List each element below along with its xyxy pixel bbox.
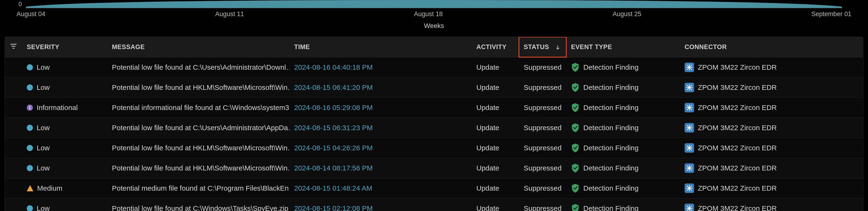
snowflake-icon	[685, 163, 694, 173]
filter-button[interactable]	[5, 37, 22, 57]
connector-label: ZPOM 3M22 Zircon EDR	[698, 124, 777, 132]
cell-severity: Low	[22, 118, 107, 137]
time-link[interactable]: 2024-08-15 04:26:26 PM	[294, 144, 373, 152]
cell-message: Potential low file found at HKLM\Softwar…	[107, 139, 289, 157]
timeline-tick-3: August 25	[613, 10, 642, 18]
table-row[interactable]: Low Potential low file found at C:\Windo…	[5, 199, 863, 211]
arrow-down-icon	[555, 44, 561, 50]
cell-status: Suppressed	[519, 98, 566, 117]
severity-icon	[27, 165, 33, 171]
severity-label: Low	[37, 124, 50, 132]
cell-event-type: Detection Finding	[566, 78, 680, 98]
table-header-row: Severity Message Time Activity Status Ev…	[5, 37, 863, 57]
timeline-tick-labels: August 04 August 11 August 18 August 25 …	[17, 9, 851, 18]
cell-message: Potential low file found at C:\Users\Adm…	[107, 58, 289, 77]
cell-event-type: Detection Finding	[566, 138, 680, 158]
cell-severity: Low	[22, 58, 107, 77]
header-connector[interactable]: Connector	[680, 37, 863, 57]
snowflake-icon	[685, 83, 694, 92]
time-link[interactable]: 2024-08-15 02:12:08 PM	[294, 204, 373, 211]
cell-connector: ZPOM 3M22 Zircon EDR	[680, 199, 863, 211]
cell-activity: Update	[472, 58, 519, 77]
filter-icon	[9, 42, 18, 52]
time-link[interactable]: 2024-08-16 04:40:18 PM	[294, 63, 373, 71]
snowflake-icon	[685, 103, 694, 112]
header-message[interactable]: Message	[107, 37, 289, 57]
table-row[interactable]: Low Potential low file found at HKLM\Sof…	[5, 78, 863, 98]
severity-label: Low	[37, 144, 50, 152]
table-row[interactable]: Low Potential low file found at HKLM\Sof…	[5, 138, 863, 158]
cell-severity: Medium	[22, 179, 107, 197]
cell-activity: Update	[472, 98, 519, 117]
cell-event-type: Detection Finding	[566, 118, 680, 138]
connector-label: ZPOM 3M22 Zircon EDR	[698, 63, 777, 71]
severity-label: Low	[37, 164, 50, 172]
connector-label: ZPOM 3M22 Zircon EDR	[698, 83, 777, 91]
cell-connector: ZPOM 3M22 Zircon EDR	[680, 158, 863, 178]
header-activity[interactable]: Activity	[472, 37, 519, 57]
table-row[interactable]: Medium Potential medium file found at C:…	[5, 178, 863, 199]
header-event-type[interactable]: Event Type	[566, 37, 680, 57]
cell-connector: ZPOM 3M22 Zircon EDR	[680, 78, 863, 98]
table-row[interactable]: i Informational Potential informational …	[5, 98, 863, 118]
findings-table: Severity Message Time Activity Status Ev…	[5, 37, 863, 211]
cell-message: Potential informational file found at C:…	[107, 98, 289, 117]
cell-status: Suppressed	[519, 78, 566, 97]
cell-event-type: Detection Finding	[566, 178, 680, 198]
cell-status: Suppressed	[519, 118, 566, 137]
event-type-label: Detection Finding	[583, 63, 639, 71]
shield-check-icon	[571, 163, 580, 173]
cell-severity: Low	[22, 139, 107, 157]
severity-label: Informational	[37, 104, 78, 112]
shield-check-icon	[571, 184, 580, 193]
snowflake-icon	[685, 123, 694, 133]
cell-severity: Low	[22, 199, 107, 211]
timeline-area-icon	[17, 0, 851, 9]
cell-message: Potential low file found at HKLM\Softwar…	[107, 159, 289, 177]
cell-connector: ZPOM 3M22 Zircon EDR	[680, 118, 863, 138]
severity-icon	[27, 205, 33, 211]
timeline-y-tick: 0	[19, 0, 22, 8]
cell-severity: Low	[22, 159, 107, 177]
time-link[interactable]: 2024-08-15 06:31:23 PM	[294, 124, 373, 132]
severity-icon	[27, 185, 33, 191]
header-status[interactable]: Status	[519, 37, 566, 57]
snowflake-icon	[685, 62, 694, 72]
severity-label: Low	[37, 204, 50, 211]
timeline-chart: 0 August 04 August 11 August 18 August 2…	[0, 0, 868, 35]
timeline-tick-0: August 04	[17, 10, 45, 18]
cell-connector: ZPOM 3M22 Zircon EDR	[680, 98, 863, 117]
cell-connector: ZPOM 3M22 Zircon EDR	[680, 178, 863, 198]
table-row[interactable]: Low Potential low file found at C:\Users…	[5, 118, 863, 138]
time-link[interactable]: 2024-08-15 06:41:20 PM	[294, 83, 373, 91]
event-type-label: Detection Finding	[583, 184, 639, 192]
event-type-label: Detection Finding	[583, 104, 639, 112]
cell-connector: ZPOM 3M22 Zircon EDR	[680, 57, 863, 77]
cell-activity: Update	[472, 139, 519, 157]
connector-label: ZPOM 3M22 Zircon EDR	[698, 204, 777, 211]
snowflake-icon	[685, 204, 694, 211]
time-link[interactable]: 2024-08-16 05:29:08 PM	[294, 104, 373, 112]
table-row[interactable]: Low Potential low file found at C:\Users…	[5, 57, 863, 78]
table-row[interactable]: Low Potential low file found at HKLM\Sof…	[5, 158, 863, 178]
severity-icon	[27, 125, 33, 131]
cell-event-type: Detection Finding	[566, 158, 680, 178]
connector-label: ZPOM 3M22 Zircon EDR	[698, 164, 777, 172]
header-time[interactable]: Time	[289, 37, 472, 57]
severity-label: Medium	[37, 184, 62, 192]
shield-check-icon	[571, 83, 580, 92]
severity-icon	[27, 84, 33, 90]
event-type-label: Detection Finding	[583, 164, 639, 172]
severity-label: Low	[37, 83, 50, 91]
severity-label: Low	[37, 63, 50, 71]
cell-status: Suppressed	[519, 159, 566, 177]
cell-activity: Update	[472, 78, 519, 97]
header-severity[interactable]: Severity	[22, 37, 107, 57]
event-type-label: Detection Finding	[583, 124, 639, 132]
cell-connector: ZPOM 3M22 Zircon EDR	[680, 138, 863, 158]
connector-label: ZPOM 3M22 Zircon EDR	[698, 184, 777, 192]
cell-status: Suppressed	[519, 199, 566, 211]
time-link[interactable]: 2024-08-15 01:48:24 AM	[294, 184, 372, 192]
cell-message: Potential low file found at C:\Windows\T…	[107, 199, 289, 211]
time-link[interactable]: 2024-08-14 08:17:56 PM	[294, 164, 373, 172]
